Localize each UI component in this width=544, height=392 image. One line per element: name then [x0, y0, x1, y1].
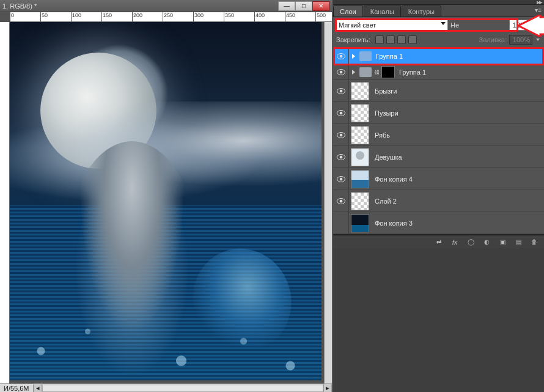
ruler-tick: 250 — [163, 12, 173, 22]
layers-panel-footer: ⇄ fx ◯ ◐ ▣ ▤ 🗑 — [333, 235, 544, 248]
opacity-dropdown-icon[interactable] — [535, 20, 541, 31]
visibility-toggle-icon[interactable] — [333, 190, 349, 212]
fill-dropdown-icon[interactable] — [535, 34, 541, 45]
disclosure-triangle-icon[interactable] — [349, 54, 358, 59]
layer-row[interactable]: Брызги — [333, 80, 544, 102]
chevron-down-icon — [441, 22, 446, 25]
svg-point-4 — [339, 70, 342, 73]
layer-name[interactable]: Группа 1 — [399, 68, 426, 76]
window-close-button[interactable]: ✕ — [312, 1, 329, 11]
layer-row[interactable]: Рябь — [333, 124, 544, 146]
layer-thumbnail[interactable] — [351, 104, 369, 122]
lock-transparency-icon[interactable] — [375, 35, 384, 44]
lock-fill-row: Закрепить: Заливка: 100% — [333, 33, 544, 48]
visibility-toggle-icon[interactable] — [333, 212, 349, 234]
layer-row[interactable]: Девушка — [333, 146, 544, 168]
layers-panel-tabs: Слои Каналы Контуры ▾≡ — [333, 5, 544, 17]
layer-name[interactable]: Брызги — [375, 87, 397, 95]
right-panel-column: ▸▸ Слои Каналы Контуры ▾≡ Мягкий свет Не… — [333, 0, 544, 392]
svg-point-16 — [339, 199, 342, 202]
layer-name[interactable]: Слой 2 — [375, 198, 397, 205]
blend-opacity-row: Мягкий свет Не 100% — [333, 17, 544, 33]
lock-pixels-icon[interactable] — [386, 35, 395, 44]
ruler-tick: 150 — [101, 12, 112, 22]
ruler-vertical[interactable] — [0, 22, 10, 383]
layer-row[interactable]: Фон копия 4 — [333, 168, 544, 190]
fill-label: Заливка: — [479, 36, 507, 43]
svg-point-2 — [339, 54, 342, 57]
panel-empty-area — [333, 248, 544, 392]
svg-point-12 — [339, 155, 342, 158]
layer-thumbnail[interactable] — [351, 192, 369, 210]
vertical-scrollbar[interactable] — [324, 22, 332, 383]
canvas-viewport[interactable] — [10, 22, 324, 383]
svg-point-8 — [339, 111, 342, 114]
panel-collapse-strip: ▸▸ — [333, 0, 544, 5]
ruler-horizontal[interactable]: 050100150200250300350400450500 — [10, 12, 332, 22]
panel-menu-icon[interactable]: ▾≡ — [535, 7, 542, 13]
artwork-bubbles — [10, 283, 322, 380]
blend-mode-select[interactable]: Мягкий свет — [336, 20, 448, 31]
window-maximize-button[interactable]: □ — [295, 1, 312, 11]
folder-icon — [359, 51, 372, 61]
layer-name[interactable]: Группа 1 — [376, 53, 403, 60]
layer-name[interactable]: Рябь — [375, 131, 390, 139]
window-minimize-button[interactable]: — — [278, 1, 295, 11]
tab-layers[interactable]: Слои — [333, 6, 363, 17]
visibility-toggle-icon[interactable] — [333, 64, 349, 80]
new-group-icon[interactable]: ▣ — [498, 238, 507, 246]
layer-row[interactable]: ⛓Группа 1 — [333, 64, 544, 80]
layers-list[interactable]: Группа 1⛓Группа 1БрызгиПузыриРябьДевушка… — [333, 48, 544, 235]
layer-fx-icon[interactable]: fx — [450, 238, 460, 246]
ruler-tick: 0 — [10, 12, 14, 22]
lock-position-icon[interactable] — [397, 35, 406, 44]
new-layer-icon[interactable]: ▤ — [513, 238, 523, 246]
fill-field[interactable]: 100% — [509, 35, 532, 45]
layer-row[interactable]: Группа 1 — [333, 48, 544, 64]
ruler-tick: 400 — [254, 12, 265, 22]
disclosure-triangle-icon[interactable] — [349, 70, 358, 75]
tab-channels[interactable]: Каналы — [364, 6, 401, 17]
ruler-tick: 450 — [285, 12, 295, 22]
lock-label: Закрепить: — [336, 36, 370, 43]
document-titlebar[interactable]: 1, RGB/8) * — □ ✕ — [0, 0, 332, 12]
layer-thumbnail[interactable] — [351, 214, 369, 232]
layer-name[interactable]: Фон копия 3 — [375, 220, 413, 227]
visibility-toggle-icon[interactable] — [333, 146, 349, 168]
visibility-toggle-icon[interactable] — [333, 102, 349, 124]
layer-name[interactable]: Фон копия 4 — [375, 176, 413, 183]
hscroll-track[interactable] — [42, 385, 323, 392]
lock-all-icon[interactable] — [408, 35, 417, 44]
layer-thumbnail[interactable] — [351, 170, 369, 188]
visibility-toggle-icon[interactable] — [333, 168, 349, 190]
visibility-toggle-icon[interactable] — [333, 124, 349, 146]
svg-point-10 — [339, 133, 342, 136]
layer-thumbnail[interactable] — [351, 82, 369, 100]
layer-row[interactable]: Пузыри — [333, 102, 544, 124]
delete-layer-icon[interactable]: 🗑 — [529, 238, 539, 246]
visibility-toggle-icon[interactable] — [333, 80, 349, 102]
layer-name[interactable]: Девушка — [375, 153, 402, 161]
visibility-toggle-icon[interactable] — [333, 48, 349, 64]
layer-thumbnail[interactable] — [351, 148, 369, 166]
mask-thumbnail[interactable] — [381, 66, 395, 78]
adjustment-layer-icon[interactable]: ◐ — [482, 238, 491, 246]
opacity-field[interactable]: 100% — [509, 20, 532, 31]
layer-mask-icon[interactable]: ◯ — [466, 238, 476, 246]
layer-name[interactable]: Пузыри — [375, 109, 399, 117]
hscroll-right-button[interactable]: ▸ — [323, 383, 332, 392]
document-window: 1, RGB/8) * — □ ✕ 0501001502002503003504… — [0, 0, 332, 392]
canvas[interactable] — [10, 22, 322, 380]
layer-row[interactable]: Фон копия 3 — [333, 212, 544, 234]
document-title: 1, RGB/8) * — [2, 2, 278, 10]
tab-paths[interactable]: Контуры — [402, 6, 441, 17]
layer-row[interactable]: Слой 2 — [333, 190, 544, 212]
mask-link-icon[interactable]: ⛓ — [373, 69, 380, 75]
ruler-tick: 300 — [193, 12, 204, 22]
lock-icons — [375, 35, 417, 44]
hscroll-left-button[interactable]: ◂ — [34, 383, 42, 392]
opacity-label: Не — [450, 21, 459, 29]
svg-point-6 — [339, 89, 342, 92]
link-layers-icon[interactable]: ⇄ — [434, 238, 444, 246]
layer-thumbnail[interactable] — [351, 126, 369, 144]
